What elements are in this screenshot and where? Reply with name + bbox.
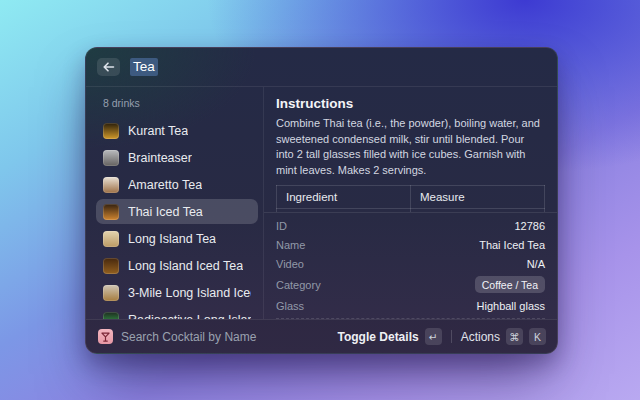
metadata-row: CategoryCoffee / Tea	[276, 273, 545, 296]
metadata-row: ID12786	[276, 216, 545, 235]
results-list: 8 drinks Kurant TeaBrainteaserAmaretto T…	[86, 87, 264, 319]
k-key-badge: K	[529, 328, 546, 345]
instructions-text: Combine Thai tea (i.e., the powder), boi…	[276, 116, 545, 178]
list-item-label: Brainteaser	[128, 151, 192, 165]
detail-scroll-area[interactable]: Instructions Combine Thai tea (i.e., the…	[264, 87, 557, 213]
arrow-left-icon	[103, 62, 115, 72]
desktop-background: Tea 8 drinks Kurant TeaBrainteaserAmaret…	[0, 0, 640, 400]
metadata-value: Thai Iced Tea	[479, 239, 545, 251]
action-bar: Search Cocktail by Name Toggle Details ↵…	[86, 319, 557, 353]
drink-thumbnail	[103, 123, 119, 139]
action-bar-divider	[451, 330, 452, 343]
metadata-label: Category	[276, 279, 321, 291]
metadata-value: 12786	[514, 220, 545, 232]
drinks-count-header: 8 drinks	[96, 95, 258, 118]
drink-thumbnail	[103, 312, 119, 320]
metadata-label: ID	[276, 220, 287, 232]
list-item[interactable]: Amaretto Tea	[96, 172, 258, 197]
drink-thumbnail	[103, 231, 119, 247]
list-item[interactable]: 3-Mile Long Island Iced Tea	[96, 280, 258, 305]
command-name: Search Cocktail by Name	[121, 330, 256, 344]
window-content: 8 drinks Kurant TeaBrainteaserAmaretto T…	[86, 87, 557, 319]
list-items-container: Kurant TeaBrainteaserAmaretto TeaThai Ic…	[96, 118, 258, 319]
metadata-row: GlassHighball glass	[276, 296, 545, 315]
drink-thumbnail	[103, 150, 119, 166]
drink-thumbnail	[103, 177, 119, 193]
metadata-row: VideoN/A	[276, 254, 545, 273]
list-item-label: Long Island Tea	[128, 232, 216, 246]
launcher-window: Tea 8 drinks Kurant TeaBrainteaserAmaret…	[85, 47, 558, 354]
list-item-label: Amaretto Tea	[128, 178, 202, 192]
table-header-cell: Ingredient	[277, 186, 411, 209]
action-bar-right: Toggle Details ↵ Actions ⌘ K	[336, 326, 548, 347]
ingredients-table: IngredientMeasure Tea1/4 cup Thai	[276, 185, 545, 213]
drink-thumbnail	[103, 258, 119, 274]
list-item-label: Kurant Tea	[128, 124, 188, 138]
search-input[interactable]: Tea	[130, 58, 158, 76]
drink-thumbnail	[103, 204, 119, 220]
metadata-label: Glass	[276, 300, 304, 312]
actions-label: Actions	[461, 330, 500, 344]
toggle-details-label: Toggle Details	[338, 330, 419, 344]
metadata-label: Video	[276, 258, 304, 270]
detail-panel: Instructions Combine Thai tea (i.e., the…	[264, 87, 557, 319]
metadata-value: Highball glass	[477, 300, 545, 312]
metadata-panel: ID12786NameThai Iced TeaVideoN/ACategory…	[264, 213, 557, 319]
list-item[interactable]: Long Island Tea	[96, 226, 258, 251]
list-item[interactable]: Kurant Tea	[96, 118, 258, 143]
list-item[interactable]: Radioactive Long Island Iced Tea	[96, 307, 258, 319]
table-header-cell: Measure	[411, 186, 545, 209]
back-button[interactable]	[97, 58, 120, 76]
cmd-key-badge: ⌘	[506, 328, 523, 345]
martini-glass-icon	[101, 328, 110, 346]
list-item[interactable]: Brainteaser	[96, 145, 258, 170]
category-tag[interactable]: Coffee / Tea	[475, 276, 545, 293]
cocktail-app-icon	[98, 329, 113, 344]
toggle-details-button[interactable]: Toggle Details ↵	[336, 326, 444, 347]
action-bar-left: Search Cocktail by Name	[98, 329, 328, 344]
list-item[interactable]: Thai Iced Tea	[96, 199, 258, 224]
drink-thumbnail	[103, 285, 119, 301]
metadata-value: N/A	[527, 258, 545, 270]
search-bar: Tea	[86, 48, 557, 87]
list-item-label: 3-Mile Long Island Iced Tea	[128, 286, 251, 300]
list-item[interactable]: Long Island Iced Tea	[96, 253, 258, 278]
actions-button[interactable]: Actions ⌘ K	[459, 326, 548, 347]
list-item-label: Long Island Iced Tea	[128, 259, 243, 273]
metadata-label: Name	[276, 239, 305, 251]
return-key-badge: ↵	[425, 328, 442, 345]
list-item-label: Thai Iced Tea	[128, 205, 203, 219]
instructions-heading: Instructions	[276, 96, 545, 111]
metadata-row: NameThai Iced Tea	[276, 235, 545, 254]
